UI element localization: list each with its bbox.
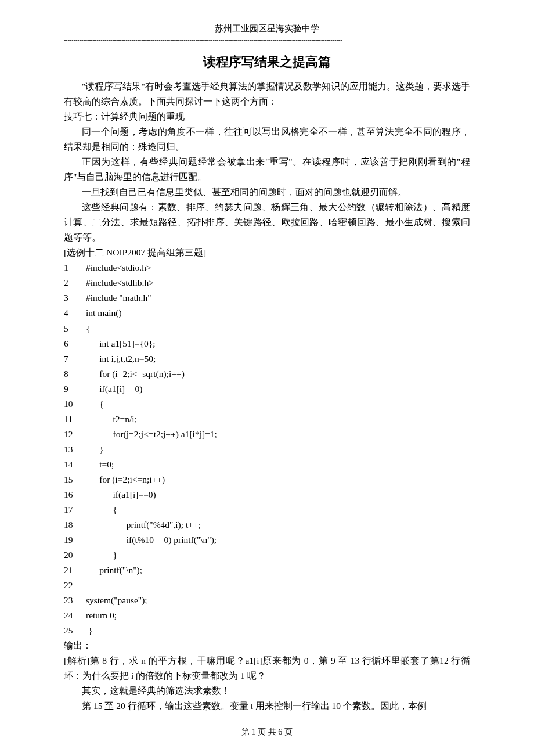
code-line: 21 printf("\n"); <box>64 563 470 578</box>
code-text: #include<stdlib.h> <box>86 275 154 290</box>
line-number: 20 <box>64 548 86 563</box>
line-number: 23 <box>64 593 86 608</box>
code-line: 24return 0; <box>64 608 470 623</box>
code-line: 23system("pause"); <box>64 593 470 608</box>
code-text: { <box>86 321 90 336</box>
code-text: for(j=2;j<=t2;j++) a1[i*j]=1; <box>86 427 217 442</box>
code-line: 13 } <box>64 442 470 457</box>
code-line: 7 int i,j,t,t2,n=50; <box>64 351 470 366</box>
code-line: 2#include<stdlib.h> <box>64 275 470 290</box>
code-line: 1#include<stdio.h> <box>64 260 470 275</box>
line-number: 13 <box>64 442 86 457</box>
line-number: 11 <box>64 412 86 427</box>
code-line: 18 printf("%4d",i); t++; <box>64 517 470 532</box>
code-listing: 1#include<stdio.h> 2#include<stdlib.h> 3… <box>64 260 470 638</box>
line-number: 18 <box>64 517 86 532</box>
code-text: } <box>86 548 117 563</box>
code-text: t=0; <box>86 457 114 472</box>
header-divider: ----------------------------------------… <box>64 37 470 43</box>
code-line: 11 t2=n/i; <box>64 412 470 427</box>
code-text: return 0; <box>86 608 117 623</box>
output-label: 输出： <box>64 638 470 653</box>
code-text: } <box>86 623 92 638</box>
skill-heading: 技巧七：计算经典问题的重现 <box>64 109 470 124</box>
code-line: 19 if(t%10==0) printf("\n"); <box>64 532 470 548</box>
line-number: 7 <box>64 351 86 366</box>
paragraph: 同一个问题，考虑的角度不一样，往往可以写出风格完全不一样，甚至算法完全不同的程序… <box>64 124 470 154</box>
code-text: printf("\n"); <box>86 563 142 578</box>
code-line: 16 if(a1[i]==0) <box>64 487 470 502</box>
example-label: [选例十二 NOIP2007 提高组第三题] <box>64 245 470 260</box>
code-line: 25 } <box>64 623 470 638</box>
line-number: 2 <box>64 275 86 290</box>
paragraph: 一旦找到自己已有信息里类似、甚至相同的问题时，面对的问题也就迎刃而解。 <box>64 185 470 200</box>
line-number: 21 <box>64 563 86 578</box>
analysis-paragraph: 第 15 至 20 行循环，输出这些素数。变量 t 用来控制一行输出 10 个素… <box>64 699 470 714</box>
page-footer: 第 1 页 共 6 页 <box>0 727 534 737</box>
intro-paragraph: "读程序写结果"有时会考查选手经典算法的掌握情况及数学知识的应用能力。这类题，要… <box>64 79 470 109</box>
code-text: int a1[51]={0}; <box>86 336 156 351</box>
school-header: 苏州工业园区星海实验中学 <box>64 23 470 34</box>
analysis-paragraph: 其实，这就是经典的筛选法求素数！ <box>64 683 470 699</box>
code-text: if(t%10==0) printf("\n"); <box>86 532 217 548</box>
line-number: 3 <box>64 290 86 305</box>
code-line: 15 for (i=2;i<=n;i++) <box>64 472 470 487</box>
line-number: 4 <box>64 305 86 321</box>
line-number: 17 <box>64 502 86 517</box>
code-text: for (i=2;i<=n;i++) <box>86 472 165 487</box>
line-number: 1 <box>64 260 86 275</box>
line-number: 8 <box>64 366 86 381</box>
line-number: 9 <box>64 381 86 397</box>
line-number: 14 <box>64 457 86 472</box>
paragraph: 这些经典问题有：素数、排序、约瑟夫问题、杨辉三角、最大公约数（辗转相除法）、高精… <box>64 200 470 245</box>
code-line: 20 } <box>64 548 470 563</box>
analysis-paragraph: [解析]第 8 行，求 n 的平方根，干嘛用呢？a1[i]原来都为 0，第 9 … <box>64 653 470 683</box>
code-text: } <box>86 442 104 457</box>
line-number: 12 <box>64 427 86 442</box>
line-number: 24 <box>64 608 86 623</box>
code-line: 22 <box>64 578 470 593</box>
code-line: 9 if(a1[i]==0) <box>64 381 470 397</box>
code-text: t2=n/i; <box>86 412 137 427</box>
code-line: 17 { <box>64 502 470 517</box>
code-line: 10 { <box>64 397 470 412</box>
line-number: 6 <box>64 336 86 351</box>
code-text: printf("%4d",i); t++; <box>86 517 201 532</box>
line-number: 5 <box>64 321 86 336</box>
page: 苏州工业园区星海实验中学 ---------------------------… <box>0 0 534 756</box>
code-text: if(a1[i]==0) <box>86 487 156 502</box>
code-line: 3#include "math.h" <box>64 290 470 305</box>
line-number: 16 <box>64 487 86 502</box>
code-line: 12 for(j=2;j<=t2;j++) a1[i*j]=1; <box>64 427 470 442</box>
code-text: if(a1[i]==0) <box>86 381 143 397</box>
code-text: int main() <box>86 305 122 321</box>
code-text: { <box>86 397 104 412</box>
code-line: 5{ <box>64 321 470 336</box>
paragraph: 正因为这样，有些经典问题经常会被拿出来"重写"。在读程序时，应该善于把刚刚看到的… <box>64 154 470 185</box>
line-number: 10 <box>64 397 86 412</box>
code-line: 8 for (i=2;i<=sqrt(n);i++) <box>64 366 470 381</box>
code-text: for (i=2;i<=sqrt(n);i++) <box>86 366 185 381</box>
line-number: 25 <box>64 623 86 638</box>
code-line: 4int main() <box>64 305 470 321</box>
line-number: 19 <box>64 532 86 548</box>
page-title: 读程序写结果之提高篇 <box>64 53 470 71</box>
code-text: system("pause"); <box>86 593 147 608</box>
code-text: #include<stdio.h> <box>86 260 151 275</box>
line-number: 22 <box>64 578 86 593</box>
code-line: 6 int a1[51]={0}; <box>64 336 470 351</box>
code-text: int i,j,t,t2,n=50; <box>86 351 156 366</box>
line-number: 15 <box>64 472 86 487</box>
code-text: #include "math.h" <box>86 290 151 305</box>
code-text: { <box>86 502 117 517</box>
code-line: 14 t=0; <box>64 457 470 472</box>
